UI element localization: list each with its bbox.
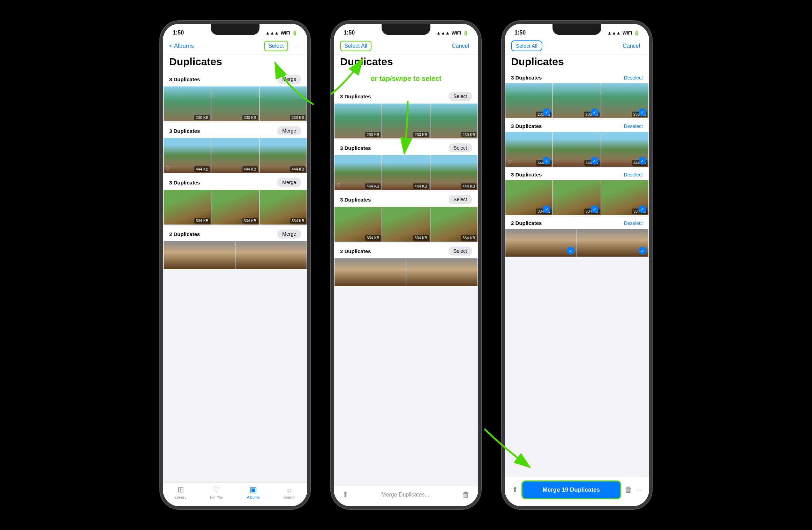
content-2: 3 Duplicates Select 230 KB 230 KB 230 KB bbox=[334, 88, 478, 486]
group-title-4-p2: 2 Duplicates bbox=[340, 248, 371, 254]
status-time-3: 1:50 bbox=[514, 30, 526, 36]
photo-cell-4-p2-2 bbox=[406, 258, 478, 286]
select-btn-g3-p2[interactable]: Select bbox=[449, 195, 472, 204]
photo-row-1-p3: 230 KB ✓ 230 KB ✓ 230 KB ✓ bbox=[505, 83, 649, 119]
select-all-btn-3[interactable]: Select All bbox=[511, 40, 542, 51]
photo-cell-2-p3-1: ♡ 444 KB ✓ bbox=[505, 132, 552, 167]
photo-row-4-p1 bbox=[163, 241, 307, 270]
size-2-p2-1: 444 KB bbox=[365, 183, 381, 189]
battery-icon-3: 🔋 bbox=[634, 30, 639, 36]
more-icon-3[interactable]: ··· bbox=[636, 485, 642, 494]
group-header-2-p1: 3 Duplicates Merge bbox=[163, 123, 307, 138]
photo-cell-2-p3-3: 444 KB ✓ bbox=[601, 132, 648, 167]
more-btn-1[interactable]: ··· bbox=[291, 41, 301, 51]
deselect-btn-g2-p3[interactable]: Deselect bbox=[624, 123, 643, 129]
nav-bar-1: < Albums Select ··· bbox=[163, 39, 307, 54]
size-label-2-p1-2: 444 KB bbox=[242, 166, 258, 172]
tab-search-1[interactable]: ⌕ Search bbox=[283, 485, 295, 499]
group-header-1-p3: 3 Duplicates Deselect bbox=[505, 71, 649, 83]
check-4-p3-2: ✓ bbox=[639, 247, 646, 255]
tab-library-1[interactable]: ⊞ Library bbox=[175, 485, 187, 499]
merge-19-btn-3[interactable]: Merge 19 Duplicates bbox=[521, 480, 621, 499]
photo-cell-2-p1-2: 444 KB bbox=[211, 138, 258, 173]
photo-row-2-p1: ♡ 444 KB 444 KB 444 KB bbox=[163, 138, 307, 174]
group-3-phone1: 3 Duplicates Merge 334 KB 334 KB 334 KB bbox=[163, 174, 307, 225]
back-btn-1[interactable]: < Albums bbox=[169, 43, 194, 50]
cancel-btn-3[interactable]: Cancel bbox=[620, 41, 643, 51]
photo-row-3-p2: 334 KB 334 KB 334 KB bbox=[334, 207, 478, 242]
photo-cell-4-p1-2 bbox=[235, 241, 307, 269]
notch-1 bbox=[211, 24, 260, 35]
status-time-2: 1:50 bbox=[344, 30, 355, 36]
size-label-2-p1-1: 444 KB bbox=[194, 166, 210, 172]
heart-icon-2-p1: ♡ bbox=[166, 165, 170, 171]
select-all-btn-2[interactable]: Select All bbox=[340, 41, 371, 51]
group-header-2-p2: 3 Duplicates Select bbox=[334, 140, 478, 155]
status-icons-3: ▲▲▲ WiFi 🔋 bbox=[607, 30, 639, 36]
deselect-btn-g1-p3[interactable]: Deselect bbox=[624, 75, 643, 81]
deselect-btn-g3-p3[interactable]: Deselect bbox=[624, 172, 643, 177]
group-title-2-p1: 3 Duplicates bbox=[169, 128, 200, 134]
group-header-1-p1: 3 Duplicates Merge bbox=[163, 71, 307, 86]
tab-foryou-1[interactable]: ♡ For You bbox=[210, 485, 223, 499]
select-btn-1[interactable]: Select bbox=[264, 41, 288, 51]
group-title-4-p1: 2 Duplicates bbox=[169, 231, 200, 237]
photo-row-2-p2: ♡ 444 KB 444 KB 444 KB bbox=[334, 155, 478, 191]
size-1-p2-1: 230 KB bbox=[365, 132, 381, 137]
cancel-btn-2[interactable]: Cancel bbox=[449, 41, 472, 51]
status-icons-2: ▲▲▲ WiFi 🔋 bbox=[436, 30, 468, 36]
tab-albums-1[interactable]: ▣ Albums bbox=[247, 485, 260, 499]
page-title-bar-2: Duplicates bbox=[334, 54, 478, 71]
size-label-3-p1-1: 334 KB bbox=[194, 218, 210, 224]
photo-cell-4-p3-1: ✓ bbox=[505, 229, 577, 257]
photo-cell-2-p1-1: ♡ 444 KB bbox=[164, 138, 211, 173]
photo-row-2-p3: ♡ 444 KB ✓ 444 KB ✓ 444 KB ✓ bbox=[505, 132, 649, 167]
merge-duplicates-label-2[interactable]: Merge Duplicates... bbox=[381, 492, 429, 498]
select-btn-g2-p2[interactable]: Select bbox=[449, 143, 472, 152]
merge-btn-2-p1[interactable]: Merge bbox=[277, 126, 301, 135]
merge-btn-3-p1[interactable]: Merge bbox=[277, 178, 301, 187]
notch-3 bbox=[552, 24, 601, 35]
phone-frame-1: 1:50 ▲▲▲ WiFi 🔋 < Albums Select ··· Dupl… bbox=[160, 21, 310, 509]
heart-2-p2: ♡ bbox=[337, 182, 341, 188]
page-title-2: Duplicates bbox=[340, 56, 472, 68]
tab-search-label-1: Search bbox=[283, 495, 295, 499]
merge-btn-4-p1[interactable]: Merge bbox=[277, 229, 301, 238]
group-title-3-p2: 3 Duplicates bbox=[340, 197, 371, 203]
battery-icon-1: 🔋 bbox=[292, 30, 298, 36]
photo-cell-2-p2-3: 444 KB bbox=[430, 155, 478, 190]
tab-albums-label-1: Albums bbox=[247, 495, 260, 499]
size-1-p2-3: 230 KB bbox=[461, 132, 476, 137]
share-icon-2[interactable]: ⬆ bbox=[342, 490, 348, 499]
group-title-1-p3: 3 Duplicates bbox=[511, 75, 542, 81]
size-label-1-p1-3: 230 KB bbox=[290, 115, 306, 120]
trash-icon-2[interactable]: 🗑 bbox=[462, 490, 470, 499]
photo-cell-1-p2-2: 230 KB bbox=[382, 104, 429, 138]
green-label-container: or tap/swipe to select bbox=[334, 71, 478, 88]
page-title-3: Duplicates bbox=[511, 56, 643, 68]
check-3-p3-2: ✓ bbox=[591, 205, 599, 213]
photo-cell-3-p3-2: 334 KB ✓ bbox=[553, 180, 600, 215]
group-header-3-p3: 3 Duplicates Deselect bbox=[505, 168, 649, 180]
wifi-icon-1: WiFi bbox=[281, 30, 290, 36]
select-btn-g1-p2[interactable]: Select bbox=[449, 92, 472, 101]
tab-foryou-label-1: For You bbox=[210, 495, 223, 499]
group-3-phone2: 3 Duplicates Select 334 KB 334 KB 334 KB bbox=[334, 191, 478, 242]
merge-btn-1-p1[interactable]: Merge bbox=[277, 75, 301, 84]
photo-cell-1-p3-2: 230 KB ✓ bbox=[553, 83, 600, 118]
trash-icon-3[interactable]: 🗑 bbox=[625, 485, 632, 494]
select-btn-g4-p2[interactable]: Select bbox=[449, 247, 472, 256]
tab-library-label-1: Library bbox=[175, 495, 187, 499]
content-1: 3 Duplicates Merge 230 KB 230 KB 230 KB bbox=[163, 71, 307, 482]
phone-1: 1:50 ▲▲▲ WiFi 🔋 < Albums Select ··· Dupl… bbox=[160, 21, 310, 509]
group-3-phone3: 3 Duplicates Deselect 334 KB ✓ 334 KB ✓ bbox=[505, 168, 649, 216]
heart-2-p3: ♡ bbox=[508, 159, 512, 165]
nav-bar-2: Select All Cancel bbox=[334, 39, 478, 54]
size-label-3-p1-3: 334 KB bbox=[290, 218, 306, 224]
group-4-phone2: 2 Duplicates Select bbox=[334, 243, 478, 287]
photo-cell-1-p1-2: 230 KB bbox=[211, 86, 258, 121]
share-icon-3[interactable]: ⬆ bbox=[512, 485, 518, 494]
deselect-btn-g4-p3[interactable]: Deselect bbox=[624, 220, 643, 226]
photo-cell-1-p2-3: 230 KB bbox=[430, 104, 478, 138]
group-4-phone1: 2 Duplicates Merge bbox=[163, 226, 307, 270]
